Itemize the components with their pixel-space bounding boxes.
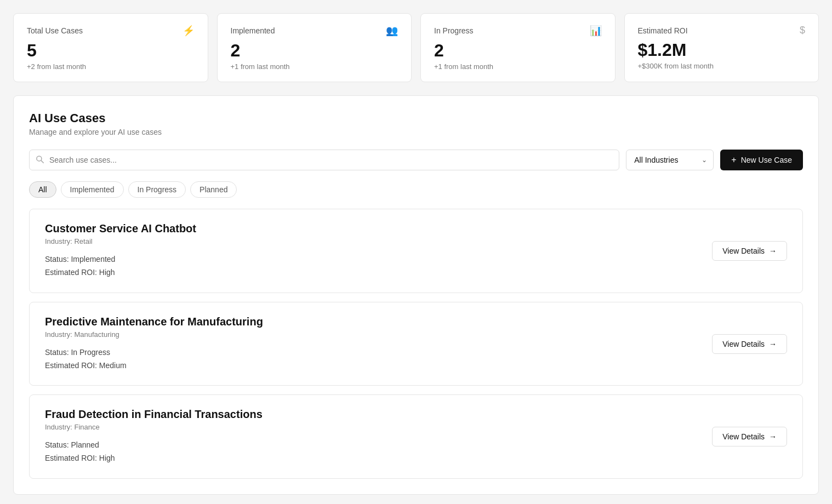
use-case-title: Fraud Detection in Financial Transaction… <box>45 408 699 421</box>
arrow-right-icon: → <box>769 340 777 348</box>
use-case-industry: Industry: Manufacturing <box>45 330 699 339</box>
stat-icon: 👥 <box>386 25 398 37</box>
stat-icon: ⚡ <box>183 25 195 37</box>
stats-row: Total Use Cases ⚡ 5 +2 from last month I… <box>13 13 819 82</box>
stat-value: 5 <box>27 41 195 60</box>
use-case-status: Status: Implemented <box>45 253 699 266</box>
use-case-industry: Industry: Finance <box>45 423 699 431</box>
use-case-meta: Status: Implemented Estimated ROI: High <box>45 253 699 279</box>
filter-tab-planned[interactable]: Planned <box>190 181 237 198</box>
use-case-info: Customer Service AI Chatbot Industry: Re… <box>45 222 699 279</box>
new-use-case-button[interactable]: + New Use Case <box>720 150 803 170</box>
use-case-roi: Estimated ROI: Medium <box>45 359 699 373</box>
stat-icon: $ <box>800 25 805 36</box>
use-case-meta: Status: In Progress Estimated ROI: Mediu… <box>45 346 699 373</box>
view-details-button-fraud[interactable]: View Details → <box>712 427 787 446</box>
use-case-industry: Industry: Retail <box>45 237 699 245</box>
stat-card-total-use-cases: Total Use Cases ⚡ 5 +2 from last month <box>13 13 208 82</box>
stat-title: Total Use Cases <box>27 26 83 35</box>
stat-change: +2 from last month <box>27 62 195 71</box>
use-case-status: Status: In Progress <box>45 346 699 359</box>
search-container <box>29 150 619 170</box>
stat-header: Implemented 👥 <box>231 25 398 37</box>
view-details-label: View Details <box>722 340 765 348</box>
new-use-case-label: New Use Case <box>741 156 792 164</box>
stat-icon: 📊 <box>590 25 602 37</box>
filter-tab-implemented[interactable]: Implemented <box>61 181 124 198</box>
use-case-title: Customer Service AI Chatbot <box>45 222 699 235</box>
view-details-button-chatbot[interactable]: View Details → <box>712 241 787 261</box>
use-case-title: Predictive Maintenance for Manufacturing <box>45 316 699 328</box>
view-details-label: View Details <box>722 432 765 441</box>
view-details-label: View Details <box>722 247 765 255</box>
filter-tab-in-progress[interactable]: In Progress <box>128 181 186 198</box>
use-cases-list: Customer Service AI Chatbot Industry: Re… <box>29 209 803 479</box>
stat-change: +1 from last month <box>231 62 398 71</box>
stat-change: +$300K from last month <box>638 62 806 70</box>
arrow-right-icon: → <box>769 247 777 255</box>
use-case-roi: Estimated ROI: High <box>45 266 699 279</box>
stat-header: Total Use Cases ⚡ <box>27 25 195 37</box>
use-case-card-chatbot: Customer Service AI Chatbot Industry: Re… <box>29 209 803 293</box>
stat-value: 2 <box>231 41 398 60</box>
stat-value: $1.2M <box>638 41 806 60</box>
use-case-meta: Status: Planned Estimated ROI: High <box>45 439 699 465</box>
stat-change: +1 from last month <box>434 62 602 71</box>
use-case-roi: Estimated ROI: High <box>45 452 699 465</box>
toolbar: All IndustriesRetailManufacturingFinance… <box>29 150 803 170</box>
use-case-card-fraud: Fraud Detection in Financial Transaction… <box>29 394 803 479</box>
main-section: AI Use Cases Manage and explore your AI … <box>13 95 819 495</box>
use-case-status: Status: Planned <box>45 439 699 452</box>
stat-value: 2 <box>434 41 602 60</box>
view-details-button-maintenance[interactable]: View Details → <box>712 334 787 354</box>
stat-title: Estimated ROI <box>638 26 688 35</box>
stat-title: Implemented <box>231 26 275 35</box>
stat-card-estimated-roi: Estimated ROI $ $1.2M +$300K from last m… <box>624 13 819 82</box>
filter-tab-all[interactable]: All <box>29 181 56 198</box>
stat-card-in-progress: In Progress 📊 2 +1 from last month <box>420 13 616 82</box>
stat-title: In Progress <box>434 26 474 35</box>
use-case-info: Predictive Maintenance for Manufacturing… <box>45 316 699 373</box>
section-title: AI Use Cases <box>29 111 803 125</box>
stat-card-implemented: Implemented 👥 2 +1 from last month <box>217 13 412 82</box>
search-input[interactable] <box>29 150 619 170</box>
industry-select[interactable]: All IndustriesRetailManufacturingFinance <box>626 150 714 170</box>
use-case-info: Fraud Detection in Financial Transaction… <box>45 408 699 465</box>
filter-tabs: AllImplementedIn ProgressPlanned <box>29 181 803 198</box>
use-case-card-maintenance: Predictive Maintenance for Manufacturing… <box>29 302 803 386</box>
arrow-right-icon: → <box>769 432 777 441</box>
section-subtitle: Manage and explore your AI use cases <box>29 128 803 136</box>
stat-header: In Progress 📊 <box>434 25 602 37</box>
plus-icon: + <box>731 155 736 165</box>
stat-header: Estimated ROI $ <box>638 25 806 36</box>
industry-select-wrapper: All IndustriesRetailManufacturingFinance… <box>626 150 714 170</box>
